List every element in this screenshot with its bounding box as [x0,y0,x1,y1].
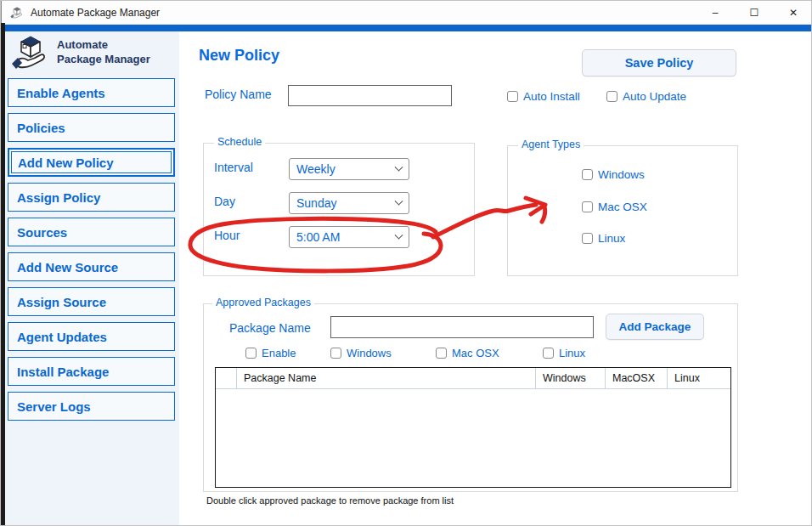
sidebar-item-agent-updates[interactable]: Agent Updates [8,322,175,351]
package-name-input[interactable] [330,316,594,338]
brand-line2: Package Manager [57,53,150,67]
agent-linux-label: Linux [598,232,625,245]
remove-package-hint: Double click approved package to remove … [206,495,454,506]
sidebar-item-policies[interactable]: Policies [8,113,175,142]
maximize-button[interactable]: ☐ [735,1,774,25]
title-bar: Automate Package Manager – ☐ ✕ [1,1,812,25]
table-header-row: Package Name Windows MacOSX Linux [216,368,730,389]
pkg-windows-checkbox[interactable]: Windows [330,347,392,359]
checkbox-icon [606,91,617,102]
interval-select[interactable]: Weekly [289,158,409,180]
approved-packages-legend: Approved Packages [212,297,314,308]
sidebar-item-add-new-source[interactable]: Add New Source [8,252,175,281]
brand-name: Automate Package Manager [57,38,150,67]
sidebar-item-server-logs[interactable]: Server Logs [8,392,175,421]
day-value: Sunday [296,196,336,210]
checkbox-icon [543,348,554,359]
hour-select[interactable]: 5:00 AM [289,226,409,248]
day-label: Day [214,195,235,208]
agent-macosx-label: Mac OSX [598,201,647,213]
col-linux: Linux [668,368,728,388]
sidebar-item-sources[interactable]: Sources [8,218,175,246]
close-button[interactable]: ✕ [774,1,812,25]
agent-types-legend: Agent Types [518,139,584,150]
pkg-linux-checkbox[interactable]: Linux [543,347,585,359]
col-macosx: MacOSX [606,368,668,388]
pkg-linux-label: Linux [559,347,585,359]
save-policy-button[interactable]: Save Policy [582,49,736,76]
col-selector [216,368,237,388]
app-window-icon [10,6,24,20]
agent-windows-checkbox[interactable]: Windows [582,168,645,181]
checkbox-icon [582,233,593,244]
chevron-down-icon [395,196,403,205]
chevron-down-icon [395,230,403,239]
interval-value: Weekly [296,162,336,176]
accent-strip [1,25,812,31]
checkbox-icon [330,348,341,359]
table-body-empty[interactable] [216,389,730,487]
agent-types-group: Agent Types Windows Mac OSX Linux [507,145,738,276]
package-name-label: Package Name [229,321,311,335]
hour-value: 5:00 AM [296,230,340,244]
window-title: Automate Package Manager [31,7,160,19]
minimize-button[interactable]: – [696,1,735,25]
checkbox-icon [507,91,518,102]
policy-name-input[interactable] [288,85,452,106]
schedule-legend: Schedule [214,136,265,148]
page-title: New Policy [199,47,279,65]
sidebar-item-assign-policy[interactable]: Assign Policy [8,183,175,212]
sidebar-item-enable-agents[interactable]: Enable Agents [8,78,175,107]
app-logo: Automate Package Manager [11,35,150,71]
agent-macosx-checkbox[interactable]: Mac OSX [582,201,647,213]
pkg-macosx-label: Mac OSX [452,347,499,359]
pkg-enable-label: Enable [262,347,296,359]
checkbox-icon [582,169,593,180]
col-package-name: Package Name [237,368,536,388]
pkg-macosx-checkbox[interactable]: Mac OSX [436,347,499,359]
sidebar-item-assign-source[interactable]: Assign Source [8,287,175,316]
add-package-button[interactable]: Add Package [606,314,704,340]
agent-linux-checkbox[interactable]: Linux [582,232,625,245]
policy-name-label: Policy Name [205,88,272,101]
sidebar-item-add-new-policy[interactable]: Add New Policy [8,148,175,177]
checkbox-icon [245,348,257,359]
interval-label: Interval [214,161,253,174]
day-select[interactable]: Sunday [289,192,409,214]
auto-update-label: Auto Update [623,90,686,103]
auto-install-label: Auto Install [523,90,580,103]
schedule-group: Schedule Interval Weekly Day Sunday Hour… [203,143,475,276]
checkbox-icon [582,201,593,212]
agent-windows-label: Windows [598,168,645,181]
hour-label: Hour [214,229,240,242]
pkg-windows-label: Windows [347,347,392,359]
package-hand-icon [11,35,50,71]
auto-install-checkbox[interactable]: Auto Install [507,90,580,103]
pkg-enable-checkbox[interactable]: Enable [245,347,296,359]
checkbox-icon [436,348,447,359]
auto-update-checkbox[interactable]: Auto Update [606,90,686,103]
app-window: Automate Package Manager – ☐ ✕ Automate … [0,0,812,526]
chevron-down-icon [395,162,403,171]
col-windows: Windows [536,368,606,388]
sidebar-item-install-package[interactable]: Install Package [8,357,175,386]
brand-line1: Automate [57,38,150,53]
sidebar: Automate Package Manager Enable Agents P… [5,31,179,526]
approved-packages-table[interactable]: Package Name Windows MacOSX Linux [215,367,731,488]
